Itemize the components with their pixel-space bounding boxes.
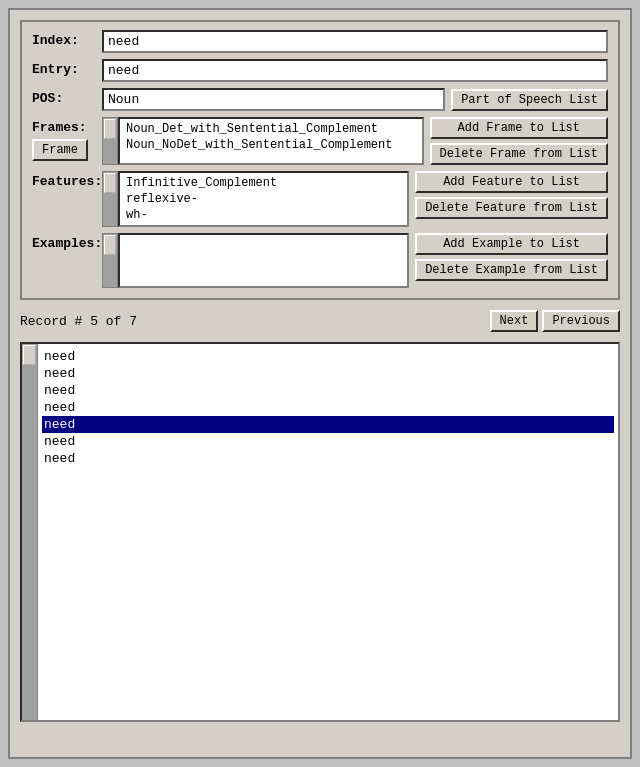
previous-button[interactable]: Previous: [542, 310, 620, 332]
frames-label-area: Frames: Frame: [32, 117, 102, 161]
frames-scrollbar-thumb: [104, 119, 116, 139]
word-list-item-3[interactable]: need: [42, 382, 614, 399]
examples-list-wrapper: [102, 233, 409, 288]
feature-item-1[interactable]: Infinitive_Complement: [124, 175, 403, 191]
frames-listbox[interactable]: Noun_Det_with_Sentential_Complement Noun…: [118, 117, 424, 165]
frames-list-container: Noun_Det_with_Sentential_Complement Noun…: [102, 117, 608, 165]
word-list-panel: need need need need need need need: [20, 342, 620, 722]
delete-feature-button[interactable]: Delete Feature from List: [415, 197, 608, 219]
features-row: Features: Infinitive_Complement reflexiv…: [32, 171, 608, 227]
nav-buttons: Next Previous: [490, 310, 620, 332]
examples-scrollbar-thumb: [104, 235, 116, 255]
features-listbox[interactable]: Infinitive_Complement reflexive- wh-: [118, 171, 409, 227]
word-list-scrollbar-thumb: [23, 345, 36, 365]
entry-input[interactable]: [102, 59, 608, 82]
feature-item-2[interactable]: reflexive-: [124, 191, 403, 207]
frame-item-1[interactable]: Noun_Det_with_Sentential_Complement: [124, 121, 418, 137]
index-input[interactable]: [102, 30, 608, 53]
feature-item-3[interactable]: wh-: [124, 207, 403, 223]
pos-input[interactable]: [102, 88, 445, 111]
record-count: Record # 5 of 7: [20, 314, 137, 329]
frames-row: Frames: Frame Noun_Det_with_Sentential_C…: [32, 117, 608, 165]
frames-label: Frames:: [32, 117, 102, 135]
features-label: Features:: [32, 171, 102, 189]
examples-buttons: Add Example to List Delete Example from …: [415, 233, 608, 288]
features-scrollbar-thumb: [104, 173, 116, 193]
word-list-content: need need need need need need need: [38, 344, 618, 720]
index-row: Index:: [32, 30, 608, 53]
frames-buttons: Add Frame to List Delete Frame from List: [430, 117, 608, 165]
features-list-container: Infinitive_Complement reflexive- wh- Add…: [102, 171, 608, 227]
examples-scrollbar: [102, 233, 118, 288]
add-feature-button[interactable]: Add Feature to List: [415, 171, 608, 193]
pos-field-group: Part of Speech List: [102, 88, 608, 111]
word-list-item-4[interactable]: need: [42, 399, 614, 416]
form-section: Index: Entry: POS: Part of Speech List F…: [20, 20, 620, 300]
index-label: Index:: [32, 30, 102, 48]
word-list-item-5[interactable]: need: [42, 416, 614, 433]
pos-row: POS: Part of Speech List: [32, 88, 608, 111]
examples-list-container: Add Example to List Delete Example from …: [102, 233, 608, 288]
frames-list-wrapper: Noun_Det_with_Sentential_Complement Noun…: [102, 117, 424, 165]
frame-item-2[interactable]: Noun_NoDet_with_Sentential_Complement: [124, 137, 418, 153]
record-bar: Record # 5 of 7 Next Previous: [20, 308, 620, 334]
delete-frame-button[interactable]: Delete Frame from List: [430, 143, 608, 165]
add-frame-button[interactable]: Add Frame to List: [430, 117, 608, 139]
entry-label: Entry:: [32, 59, 102, 77]
features-list-wrapper: Infinitive_Complement reflexive- wh-: [102, 171, 409, 227]
next-button[interactable]: Next: [490, 310, 539, 332]
examples-listbox[interactable]: [118, 233, 409, 288]
pos-label: POS:: [32, 88, 102, 106]
entry-row: Entry:: [32, 59, 608, 82]
features-buttons: Add Feature to List Delete Feature from …: [415, 171, 608, 227]
delete-example-button[interactable]: Delete Example from List: [415, 259, 608, 281]
word-list-item-7[interactable]: need: [42, 450, 614, 467]
word-list-item-2[interactable]: need: [42, 365, 614, 382]
word-list-item-6[interactable]: need: [42, 433, 614, 450]
pos-list-button[interactable]: Part of Speech List: [451, 89, 608, 111]
add-example-button[interactable]: Add Example to List: [415, 233, 608, 255]
word-list-scrollbar: [22, 344, 38, 720]
frames-scrollbar: [102, 117, 118, 165]
word-list-item-1[interactable]: need: [42, 348, 614, 365]
frame-button[interactable]: Frame: [32, 139, 88, 161]
features-scrollbar: [102, 171, 118, 227]
examples-label: Examples:: [32, 233, 102, 251]
main-window: Index: Entry: POS: Part of Speech List F…: [8, 8, 632, 759]
examples-row: Examples: Add Example to List Delete Exa…: [32, 233, 608, 288]
